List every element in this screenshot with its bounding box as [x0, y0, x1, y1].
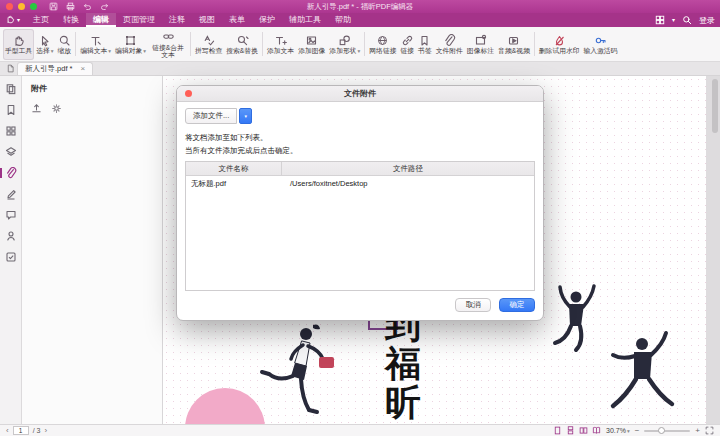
edit-object-icon — [124, 33, 137, 47]
zoom-window-button[interactable] — [30, 3, 37, 10]
redo-icon[interactable] — [100, 2, 109, 11]
search-icon[interactable] — [682, 15, 692, 25]
menu-item-convert[interactable]: 转换 — [56, 13, 86, 27]
tool-add-text[interactable]: 添加文本 — [265, 29, 296, 60]
vertical-scrollbar[interactable] — [712, 79, 718, 133]
tool-add-image[interactable]: 添加图像 — [296, 29, 327, 60]
form-field-icon[interactable] — [5, 251, 17, 263]
minimize-window-button[interactable] — [18, 3, 25, 10]
tool-add-shape[interactable]: 添加形状▾ — [327, 29, 362, 60]
tool-file-attachment[interactable]: 文件附件 — [434, 29, 465, 60]
tool-link-join-text[interactable]: 链接&合并文本 — [148, 29, 188, 60]
tool-enter-activation-code[interactable]: 输入激活码 — [582, 29, 620, 60]
zoom-level[interactable]: 30.7% ▾ — [606, 427, 630, 434]
menu-item-edit[interactable]: 编辑 — [86, 13, 116, 27]
table-header: 文件名称 文件路径 — [186, 162, 534, 176]
menu-item-protect[interactable]: 保护 — [252, 13, 282, 27]
share-icon[interactable] — [5, 230, 17, 242]
thumbnails-icon[interactable] — [5, 125, 17, 137]
audio-video-icon — [507, 33, 520, 47]
menu-item-view[interactable]: 视图 — [192, 13, 222, 27]
login-button[interactable]: 登录 — [699, 15, 715, 26]
page-navigation: ‹ 1 / 3 › — [6, 426, 47, 435]
tool-select[interactable]: 选择▾ — [34, 29, 55, 60]
attachment-settings-icon[interactable] — [51, 103, 62, 114]
cancel-button[interactable]: 取消 — [455, 298, 491, 312]
single-page-view-icon[interactable] — [553, 426, 562, 435]
tool-search-replace[interactable]: 搜索&替换 — [224, 29, 260, 60]
menu-item-home[interactable]: 主页 — [26, 13, 56, 27]
page-number-input[interactable]: 1 — [13, 426, 29, 435]
add-shape-icon — [338, 33, 351, 47]
navigation-panel-strip — [0, 76, 22, 424]
start-page-icon[interactable] — [3, 62, 17, 75]
tool-remove-trial-watermark[interactable]: 删除试用水印 — [537, 29, 582, 60]
hand-tool-menu[interactable]: ▾ — [5, 14, 20, 26]
signature-icon[interactable] — [5, 188, 17, 200]
dialog-close-button[interactable] — [185, 90, 192, 97]
ok-button[interactable]: 确定 — [499, 298, 535, 312]
comment-icon[interactable] — [5, 209, 17, 221]
facing-view-icon[interactable] — [579, 426, 588, 435]
previous-page-icon[interactable]: ‹ — [6, 427, 9, 435]
zoom-in-icon[interactable]: + — [695, 427, 700, 435]
tool-audio-video[interactable]: 音频&视频 — [496, 29, 532, 60]
tool-web-links[interactable]: 网络链接 — [367, 29, 398, 60]
bookmark-icon[interactable] — [5, 104, 17, 116]
add-file-split-button: 添加文件... ▾ — [185, 108, 252, 124]
tool-image-annotation[interactable]: 图像标注 — [465, 29, 496, 60]
menu-item-help[interactable]: 帮助 — [328, 13, 358, 27]
save-icon[interactable] — [49, 2, 58, 11]
tool-label: 网络链接 — [369, 47, 396, 54]
tool-bookmark[interactable]: 书签 — [416, 29, 434, 60]
fullscreen-icon[interactable] — [705, 426, 714, 435]
attachment-icon[interactable] — [5, 167, 17, 179]
tool-zoom[interactable]: 缩放 — [56, 29, 74, 60]
table-row[interactable]: 无标题.pdf /Users/foxitnet/Desktop — [186, 176, 534, 191]
panel-actions — [31, 103, 153, 114]
print-icon[interactable] — [66, 2, 75, 11]
dialog-body: 添加文件... ▾ 将文档添加至如下列表。 当所有文件添加完成后点击确定。 文件… — [177, 102, 543, 320]
menu-item-form[interactable]: 表单 — [222, 13, 252, 27]
cursor-icon — [38, 33, 51, 47]
add-file-button[interactable]: 添加文件... — [185, 108, 237, 124]
statusbar: ‹ 1 / 3 › 30.7% ▾ − + — [0, 424, 720, 436]
column-header-filepath[interactable]: 文件路径 — [282, 162, 534, 175]
close-window-button[interactable] — [6, 3, 13, 10]
add-file-dropdown-button[interactable]: ▾ — [239, 108, 252, 124]
paperclip-icon — [443, 33, 456, 47]
zoom-slider-knob[interactable] — [658, 427, 665, 434]
hand-icon — [12, 33, 25, 47]
layers-icon[interactable] — [5, 146, 17, 158]
tool-edit-object[interactable]: 编辑对象▾ — [113, 29, 148, 60]
chevron-down-icon[interactable]: ▾ — [672, 17, 675, 23]
tool-label: 删除试用水印 — [539, 47, 580, 54]
menubar-right: ▾ 登录 — [655, 15, 715, 26]
tool-link[interactable]: 链接 — [398, 29, 416, 60]
menu-item-accessibility[interactable]: 辅助工具 — [282, 13, 328, 27]
search-replace-icon — [236, 33, 249, 47]
document-tab[interactable]: 新人引导.pdf * × — [17, 62, 93, 75]
column-header-filename[interactable]: 文件名称 — [186, 162, 282, 175]
table-body: 无标题.pdf /Users/foxitnet/Desktop — [186, 176, 534, 290]
continuous-view-icon[interactable] — [566, 426, 575, 435]
tool-label: 选择 — [36, 47, 50, 54]
undo-icon[interactable] — [83, 2, 92, 11]
zoom-out-icon[interactable]: − — [635, 427, 640, 435]
open-attachment-icon[interactable] — [31, 103, 42, 114]
workspace-grid-icon[interactable] — [655, 15, 665, 25]
book-view-icon[interactable] — [592, 426, 601, 435]
zoom-slider[interactable] — [644, 430, 690, 432]
next-page-icon[interactable]: › — [44, 427, 47, 435]
menu-item-page-management[interactable]: 页面管理 — [116, 13, 162, 27]
tool-hand[interactable]: 手型工具 — [3, 29, 34, 60]
tool-spell-check[interactable]: 拼写检查 — [193, 29, 224, 60]
menu-item-comment[interactable]: 注释 — [162, 13, 192, 27]
magnifier-icon — [58, 33, 71, 47]
copy-icon[interactable] — [5, 83, 17, 95]
tool-label: 搜索&替换 — [226, 47, 258, 54]
image-annotation-icon — [474, 33, 487, 47]
tool-edit-text[interactable]: 编辑文本▾ — [78, 29, 113, 60]
cell-filepath: /Users/foxitnet/Desktop — [282, 179, 534, 188]
close-icon[interactable]: × — [81, 65, 86, 73]
